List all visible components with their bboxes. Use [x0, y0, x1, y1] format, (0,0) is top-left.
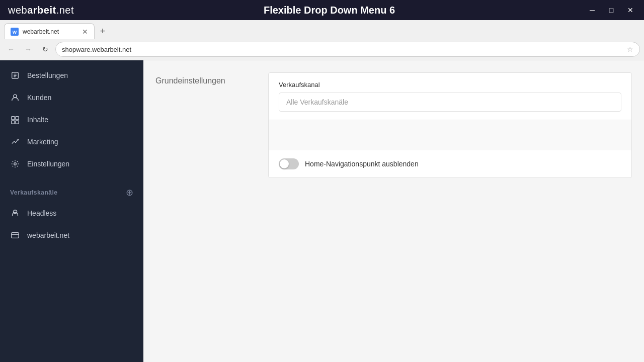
svg-point-8 — [14, 163, 17, 165]
tab-close-button[interactable]: ✕ — [82, 28, 88, 36]
svg-rect-4 — [12, 117, 15, 120]
einstellungen-icon — [10, 159, 20, 169]
close-button[interactable]: ✕ — [623, 5, 638, 15]
browser-tab[interactable]: W webarbeit.net ✕ — [4, 23, 95, 39]
bookmark-icon[interactable]: ☆ — [627, 45, 633, 53]
minimize-button[interactable]: ─ — [585, 5, 600, 15]
maximize-button[interactable]: □ — [604, 5, 619, 15]
verkaufskanaele-title: Verkaufskanäle — [10, 189, 57, 196]
sidebar-item-bestellungen[interactable]: Bestellungen — [0, 64, 143, 86]
content-area: Grundeinstellungen Verkaufskanal Alle Ve… — [143, 60, 644, 362]
svg-rect-6 — [12, 121, 15, 124]
svg-point-9 — [13, 210, 17, 214]
settings-spacer — [269, 120, 631, 150]
content-inner: Grundeinstellungen Verkaufskanal Alle Ve… — [143, 60, 644, 190]
webarbeit-icon — [10, 230, 20, 240]
add-verkaufskanal-button[interactable]: ⊕ — [126, 187, 133, 198]
tab-bar: W webarbeit.net ✕ + — [0, 20, 644, 39]
address-bar: ← → ↻ shopware.webarbeit.net ☆ — [0, 39, 644, 59]
settings-panel: Verkaufskanal Alle Verkaufskanäle Home-N… — [268, 72, 632, 178]
url-bar[interactable]: shopware.webarbeit.net ☆ — [55, 42, 640, 57]
sidebar-label-bestellungen: Bestellungen — [27, 71, 68, 79]
headless-icon — [10, 208, 20, 218]
tab-label: webarbeit.net — [23, 28, 59, 35]
plugin-title: Flexible Drop Down Menu 6 — [264, 5, 403, 16]
window-controls: ─ □ ✕ — [585, 5, 644, 15]
main-layout: Bestellungen Kunden — [0, 60, 644, 362]
inhalte-icon — [10, 115, 20, 125]
sidebar-item-marketing[interactable]: Marketing — [0, 131, 143, 153]
sidebar-item-kunden[interactable]: Kunden — [0, 86, 143, 109]
sidebar-item-headless[interactable]: Headless — [0, 202, 143, 224]
svg-rect-10 — [12, 233, 19, 238]
sidebar: Bestellungen Kunden — [0, 60, 143, 362]
svg-rect-7 — [16, 121, 19, 124]
verkaufskanal-select[interactable]: Alle Verkaufskanäle — [279, 93, 621, 112]
sidebar-label-webarbeit: webarbeit.net — [27, 231, 69, 239]
new-tab-button[interactable]: + — [95, 23, 111, 39]
forward-button[interactable]: → — [21, 42, 35, 56]
bestellungen-icon — [10, 70, 20, 80]
toggle-row: Home-Navigationspunkt ausblenden — [269, 150, 631, 177]
sidebar-label-kunden: Kunden — [27, 94, 51, 102]
svg-text:W: W — [13, 30, 17, 35]
sidebar-label-marketing: Marketing — [27, 138, 58, 146]
url-text: shopware.webarbeit.net — [62, 46, 627, 53]
app-logo: webarbeit.net — [8, 5, 74, 16]
sidebar-label-einstellungen: Einstellungen — [27, 160, 69, 168]
back-button[interactable]: ← — [4, 42, 18, 56]
verkaufskanal-row: Verkaufskanal Alle Verkaufskanäle — [269, 73, 631, 120]
title-bar: webarbeit.net Flexible Drop Down Menu 6 … — [0, 0, 644, 20]
tab-favicon: W — [11, 28, 19, 36]
sidebar-label-inhalte: Inhalte — [27, 116, 48, 124]
sidebar-item-webarbeit[interactable]: webarbeit.net — [0, 224, 143, 246]
sidebar-item-einstellungen[interactable]: Einstellungen — [0, 153, 143, 175]
home-nav-toggle[interactable] — [279, 158, 299, 169]
svg-rect-5 — [16, 117, 19, 120]
kunden-icon — [10, 93, 20, 103]
title-bar-left: webarbeit.net — [0, 5, 82, 16]
marketing-icon — [10, 137, 20, 147]
browser-chrome: W webarbeit.net ✕ + ← → ↻ shopware.webar… — [0, 20, 644, 60]
verkaufskanaele-header: Verkaufskanäle ⊕ — [0, 179, 143, 202]
sidebar-item-inhalte[interactable]: Inhalte — [0, 109, 143, 131]
section-title: Grundeinstellungen — [155, 72, 256, 178]
sidebar-label-headless: Headless — [27, 209, 56, 217]
reload-button[interactable]: ↻ — [38, 42, 52, 56]
sidebar-nav: Bestellungen Kunden — [0, 60, 143, 179]
toggle-label: Home-Navigationspunkt ausblenden — [305, 160, 419, 168]
verkaufskanal-label: Verkaufskanal — [279, 81, 621, 88]
